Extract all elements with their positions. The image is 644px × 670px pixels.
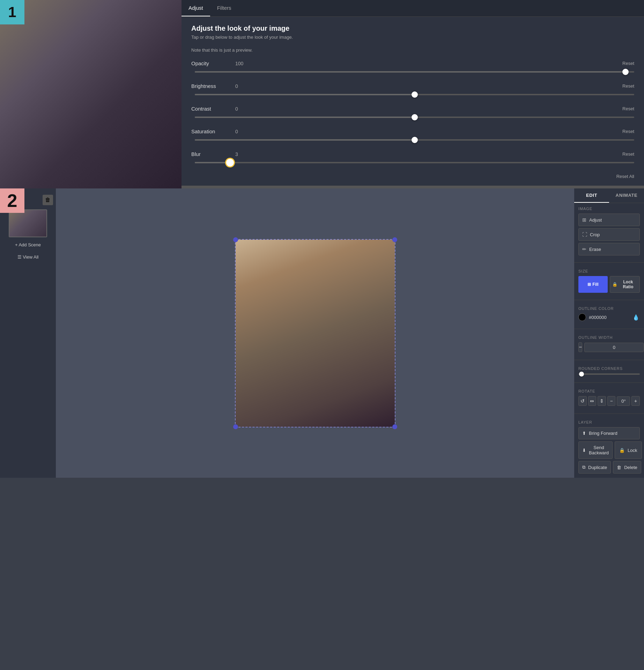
eyedropper-icon: 💧 <box>632 314 639 321</box>
rp-outline-color-label: OUTLINE COLOR <box>578 306 640 311</box>
panel-tabs: Adjust Filters <box>182 0 644 17</box>
handle-bottom-left[interactable] <box>233 424 238 429</box>
rp-size-label: SIZE <box>578 269 640 273</box>
saturation-slider[interactable] <box>195 136 634 143</box>
brightness-slider[interactable] <box>195 91 634 98</box>
add-scene-label: + Add Scene <box>15 242 41 247</box>
brightness-label: Brightness <box>191 83 233 89</box>
contrast-label: Contrast <box>191 106 233 112</box>
rounded-corners-slider[interactable] <box>578 373 640 375</box>
color-hex: #000000 <box>589 315 629 320</box>
section1-badge: 1 <box>0 0 24 24</box>
brightness-reset[interactable]: Reset <box>622 83 634 89</box>
flip-v-button[interactable]: ⇕ <box>598 396 606 406</box>
erase-button[interactable]: ✏ Erase <box>578 243 640 255</box>
handle-bottom-right[interactable] <box>392 424 397 429</box>
outline-width-minus[interactable]: − <box>578 342 582 352</box>
canvas-area <box>56 188 574 478</box>
outline-width-input[interactable] <box>584 343 644 352</box>
scene-thumbnail[interactable] <box>9 209 47 237</box>
fill-btn-label: Fill <box>592 282 598 287</box>
rp-layer-section: LAYER ⬆ Bring Forward ⬇ Send Backward 🔒 … <box>574 417 644 478</box>
divider4 <box>574 360 644 360</box>
blur-reset[interactable]: Reset <box>622 151 634 157</box>
sidebar: 🗑 + Add Scene ☰ View All <box>0 188 56 478</box>
send-backward-button[interactable]: ⬇ Send Backward <box>578 441 613 459</box>
section1: 1 Adjust Filters Adjust the look of your… <box>0 0 644 188</box>
rp-layer-label: LAYER <box>578 420 640 424</box>
saturation-reset[interactable]: Reset <box>622 129 634 134</box>
rp-rounded-corners-label: ROUNDED CORNERS <box>578 366 640 371</box>
send-backward-label: Send Backward <box>589 445 609 455</box>
bring-forward-button[interactable]: ⬆ Bring Forward <box>578 427 640 439</box>
trash-icon: 🗑 <box>45 197 51 203</box>
rp-outline-width-section: OUTLINE WIDTH − + <box>574 332 644 357</box>
section1-image <box>0 0 182 188</box>
adjust-btn-label: Adjust <box>589 217 602 223</box>
erase-icon: ✏ <box>582 246 586 252</box>
crop-icon: ⛶ <box>582 232 587 237</box>
divider1 <box>574 262 644 263</box>
add-scene-button[interactable]: + Add Scene <box>13 240 43 250</box>
adjust-button[interactable]: ⊞ Adjust <box>578 214 640 226</box>
bring-forward-icon: ⬆ <box>582 431 586 436</box>
opacity-label: Opacity <box>191 60 233 66</box>
divider3 <box>574 329 644 329</box>
reset-all-row: Reset All <box>191 174 634 179</box>
trash-button[interactable]: 🗑 <box>43 195 53 205</box>
saturation-label: Saturation <box>191 128 233 134</box>
erase-btn-label: Erase <box>589 247 601 252</box>
handle-top-left[interactable] <box>233 237 238 242</box>
blur-value: 3 <box>235 151 238 157</box>
eyedropper-button[interactable]: 💧 <box>632 313 640 321</box>
lock-ratio-button[interactable]: 🔒 Lock Ratio <box>610 276 640 293</box>
contrast-slider[interactable] <box>195 114 634 121</box>
duplicate-button[interactable]: ⧉ Duplicate <box>578 461 611 474</box>
rotate-left-button[interactable]: ↺ <box>578 396 587 406</box>
crop-btn-label: Crop <box>590 232 600 237</box>
delete-button[interactable]: 🗑 Delete <box>613 461 641 474</box>
send-backward-icon: ⬇ <box>582 448 586 453</box>
crop-button[interactable]: ⛶ Crop <box>578 228 640 241</box>
opacity-reset[interactable]: Reset <box>622 61 634 66</box>
rp-outline-color-section: OUTLINE COLOR #000000 💧 <box>574 303 644 326</box>
opacity-slider[interactable] <box>195 68 634 75</box>
tab-adjust[interactable]: Adjust <box>182 0 210 16</box>
color-swatch[interactable] <box>578 313 586 321</box>
rp-rounded-corners-section: ROUNDED CORNERS <box>574 363 644 380</box>
blur-slider[interactable] <box>195 159 634 166</box>
saturation-value: 0 <box>235 129 238 134</box>
canvas-image-container[interactable] <box>235 239 395 427</box>
reset-all-button[interactable]: Reset All <box>616 174 634 179</box>
view-all-button[interactable]: ☰ View All <box>15 252 41 262</box>
flip-h-icon: ⇔ <box>590 398 594 404</box>
rotate-input[interactable] <box>617 396 630 406</box>
view-all-label: ☰ View All <box>17 254 39 260</box>
tab-filters[interactable]: Filters <box>210 0 238 16</box>
rotate-minus-button[interactable]: − <box>607 396 616 406</box>
panel-content: Adjust the look of your image Tap or dra… <box>182 17 644 192</box>
tab-animate[interactable]: ANIMATE <box>609 188 644 203</box>
fill-button[interactable]: ⊞ Fill <box>578 276 608 293</box>
lock-ratio-icon: 🔒 <box>612 282 617 287</box>
color-row: #000000 💧 <box>578 313 640 321</box>
panel-subtitle2: Note that this is just a preview. <box>191 47 634 53</box>
tab-edit[interactable]: EDIT <box>574 188 609 203</box>
flip-h-button[interactable]: ⇔ <box>588 396 597 406</box>
section2: 2 🗑 + Add Scene ☰ View All EDIT <box>0 188 644 478</box>
rp-outline-width-label: OUTLINE WIDTH <box>578 335 640 340</box>
size-buttons-row: ⊞ Fill 🔒 Lock Ratio <box>578 276 640 293</box>
rp-rotate-section: ROTATE ↺ ⇔ ⇕ − + <box>574 386 644 411</box>
blur-label: Blur <box>191 151 233 157</box>
divider5 <box>574 382 644 383</box>
rp-tabs: EDIT ANIMATE <box>574 188 644 203</box>
canvas-image <box>236 240 395 427</box>
contrast-reset[interactable]: Reset <box>622 106 634 111</box>
flip-v-icon: ⇕ <box>600 398 604 404</box>
lock-ratio-label: Lock Ratio <box>619 280 637 289</box>
opacity-value: 100 <box>235 61 243 66</box>
lock-button[interactable]: 🔒 Lock <box>615 441 642 459</box>
handle-top-right[interactable] <box>392 237 397 242</box>
delete-icon: 🗑 <box>617 465 621 470</box>
rotate-plus-button[interactable]: + <box>631 396 640 406</box>
